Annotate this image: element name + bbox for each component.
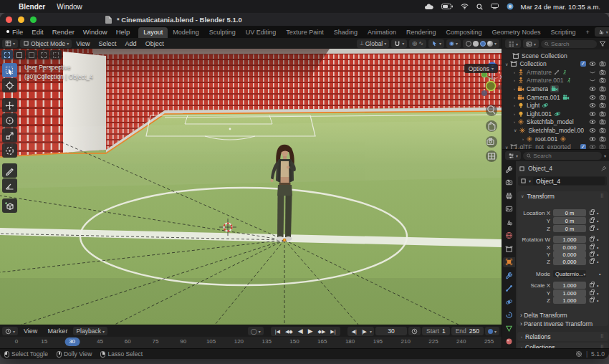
outliner-search-input[interactable] — [551, 41, 593, 47]
rotation-w-field[interactable]: 1.000 — [553, 236, 586, 243]
scale-z-field[interactable]: 1.000 — [553, 297, 586, 304]
tab-material[interactable] — [503, 337, 515, 347]
expand-icon[interactable]: ∨ — [514, 128, 517, 133]
snapping-button[interactable]: ▾ — [391, 39, 407, 48]
maximize-window-button[interactable] — [30, 16, 37, 23]
animate-dot[interactable]: • — [597, 245, 598, 250]
frame-start-field[interactable]: Start 1 — [422, 327, 450, 335]
render-camera-icon[interactable] — [599, 118, 606, 125]
animate-dot[interactable]: • — [599, 272, 600, 277]
tab-layout[interactable]: Layout — [138, 27, 168, 38]
step-forward-button[interactable]: |▶ — [360, 327, 369, 336]
tab-uv-editing[interactable]: UV Editing — [241, 27, 282, 38]
scale-x-field[interactable]: 1.000 — [553, 282, 586, 289]
lock-icon[interactable] — [590, 237, 594, 241]
rendered-shading-icon[interactable] — [487, 41, 493, 47]
lock-icon[interactable] — [590, 226, 594, 231]
object-name-field[interactable]: Object_4 — [533, 177, 605, 185]
previous-keyframe-button[interactable]: ◀◆ — [283, 327, 295, 336]
tab-render[interactable] — [503, 178, 515, 188]
viewport-menu-add[interactable]: Add — [121, 40, 141, 47]
mode-selector[interactable]: Object Mode▾ — [20, 39, 72, 48]
macos-app-menu[interactable]: Blender — [19, 3, 45, 11]
rotation-mode-dropdown[interactable]: Quaternio...▾ — [553, 270, 586, 277]
scale-y-field[interactable]: 1.000 — [553, 289, 586, 297]
minimize-window-button[interactable] — [18, 16, 24, 23]
battery-icon[interactable] — [441, 4, 453, 9]
tab-animation[interactable]: Animation — [363, 27, 401, 38]
parent-inverse-transform-panel[interactable]: › Parent Inverse Transform — [520, 320, 593, 327]
measure-tool[interactable] — [2, 178, 17, 193]
hide-eye-icon[interactable] — [589, 85, 596, 92]
tab-particles[interactable] — [503, 284, 515, 294]
tab-scripting[interactable]: Scripting — [546, 27, 581, 38]
rotate-tool[interactable] — [2, 113, 17, 128]
lock-icon[interactable] — [590, 219, 594, 223]
control-center-icon[interactable] — [507, 3, 514, 10]
timeline-editor-type-button[interactable]: ▾ — [2, 327, 18, 335]
outliner-row-collection[interactable]: ∨ Collection ✓ — [502, 60, 609, 68]
tab-shading[interactable]: Shading — [329, 27, 363, 38]
timeline-view-options-button[interactable]: ▾ — [485, 327, 499, 335]
show-overlays-button[interactable]: ◉▾ — [446, 39, 461, 48]
lock-icon[interactable] — [590, 298, 594, 302]
auto-keying-button[interactable]: ◯▾ — [248, 327, 264, 335]
animate-dot[interactable]: • — [597, 283, 598, 288]
tab-geometry-nodes[interactable]: Geometry Nodes — [486, 27, 545, 38]
hide-eye-icon[interactable] — [589, 118, 596, 125]
tab-collection[interactable] — [503, 244, 515, 254]
render-camera-icon[interactable] — [599, 60, 606, 67]
wireframe-shading-icon[interactable] — [466, 41, 471, 47]
viewport-canvas[interactable]: Z X — [0, 49, 502, 325]
outliner-row-camera-001[interactable]: › Camera.001 — [502, 93, 609, 101]
timeline-menu-marker[interactable]: Marker — [43, 327, 72, 335]
tab-object[interactable] — [503, 257, 515, 267]
render-camera-icon[interactable] — [599, 94, 606, 101]
select-invert-mode-button[interactable] — [38, 50, 49, 59]
location-x-field[interactable]: 0 m — [553, 209, 586, 216]
hide-eye-icon[interactable] — [589, 94, 596, 101]
scene-selector[interactable]: ▾ Scene ▣ ✕ — [595, 27, 609, 37]
outliner-row-sketchfab-model[interactable]: › Sketchfab_model — [502, 118, 609, 126]
play-button[interactable]: ▶ — [306, 327, 315, 336]
select-set-mode-button[interactable] — [1, 50, 13, 59]
relations-panel[interactable]: ›Relations⠿ — [517, 332, 608, 341]
shading-mode-group[interactable]: ▾ — [463, 39, 499, 48]
annotate-tool[interactable] — [2, 163, 17, 178]
delta-transform-panel[interactable]: › Delta Transform — [520, 312, 567, 319]
animate-dot[interactable]: • — [597, 298, 598, 303]
render-camera-icon[interactable] — [599, 110, 606, 118]
animate-dot[interactable]: • — [597, 226, 598, 231]
play-reverse-button[interactable]: ◀ — [296, 327, 305, 336]
lock-icon[interactable] — [590, 259, 594, 264]
animate-dot[interactable]: • — [597, 219, 598, 224]
jump-to-start-button[interactable]: |◀ — [273, 327, 282, 336]
current-frame-badge[interactable]: 30 — [64, 337, 80, 346]
options-dropdown[interactable]: Options▾ — [464, 64, 498, 73]
expand-icon[interactable]: › — [514, 95, 515, 100]
hide-eye-icon[interactable] — [589, 127, 596, 134]
expand-icon[interactable]: ∨ — [505, 62, 508, 67]
outliner-scope-button[interactable]: ▾ — [523, 39, 539, 48]
transform-orientation-selector[interactable]: ⟂Global▾ — [357, 39, 389, 48]
viewport-menu-object[interactable]: Object — [141, 40, 168, 47]
render-camera-icon[interactable] — [599, 135, 606, 143]
rotation-x-field[interactable]: 0.000 — [553, 244, 586, 251]
render-camera-icon[interactable] — [599, 127, 606, 134]
outliner-row-scene-collection[interactable]: Scene Collection — [502, 52, 609, 59]
lock-icon[interactable] — [590, 283, 594, 287]
proportional-editing-button[interactable]: ◎∿ — [409, 39, 426, 48]
timeline-menu-view[interactable]: View — [19, 327, 42, 335]
outliner-row-sketchfab-model-00[interactable]: ∨ Sketchfab_model.00 — [502, 126, 609, 134]
menu-help[interactable]: Help — [112, 28, 135, 36]
tab-view-layer[interactable] — [503, 204, 515, 214]
tab-modeling[interactable]: Modeling — [168, 27, 204, 38]
transform-panel-header[interactable]: ∨ Transform ⠿ — [517, 191, 608, 201]
select-subtract-mode-button[interactable] — [26, 50, 37, 59]
lock-icon[interactable] — [590, 211, 594, 215]
expand-icon[interactable]: › — [514, 87, 515, 91]
outliner-search[interactable] — [541, 40, 597, 48]
menu-edit[interactable]: Edit — [27, 28, 47, 36]
hide-eye-icon[interactable] — [589, 135, 596, 143]
frame-end-field[interactable]: End 250 — [451, 327, 484, 335]
